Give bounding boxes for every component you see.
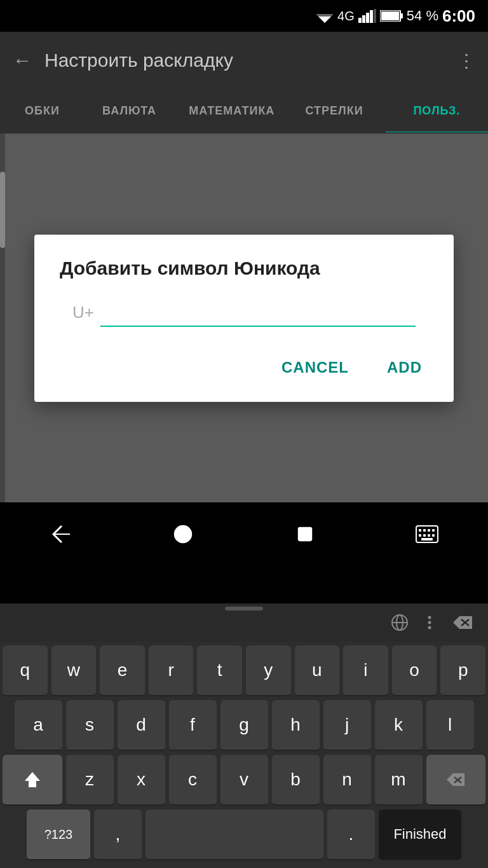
wifi-icon: [316, 9, 334, 23]
key-l[interactable]: l: [426, 700, 474, 751]
key-y[interactable]: y: [246, 645, 291, 696]
key-d[interactable]: d: [118, 700, 165, 751]
add-button[interactable]: ADD: [381, 352, 428, 383]
svg-rect-26: [423, 529, 426, 532]
keyboard-suggestion-bar: [0, 603, 488, 642]
tab-bar: ОБКИ ВАЛЮТА МАТЕМАТИКА СТРЕЛКИ ПОЛЬЗ.: [0, 89, 488, 134]
tab-matematika[interactable]: МАТЕМАТИКА: [180, 90, 283, 134]
svg-rect-23: [299, 528, 311, 541]
tab-valyuta[interactable]: ВАЛЮТА: [78, 90, 180, 134]
network-label: 4G: [337, 9, 355, 24]
key-w[interactable]: w: [51, 645, 97, 696]
backspace-key[interactable]: [426, 755, 486, 806]
svg-rect-33: [421, 538, 433, 541]
comma-key[interactable]: ,: [94, 809, 142, 860]
key-f[interactable]: f: [169, 700, 217, 751]
svg-rect-27: [428, 529, 430, 532]
key-j[interactable]: j: [323, 700, 371, 751]
signal-icon: [358, 9, 376, 23]
status-bar: 4G 54 % 6:00: [0, 0, 488, 32]
svg-rect-25: [419, 529, 421, 532]
svg-marker-18: [25, 772, 40, 787]
svg-point-13: [428, 616, 431, 619]
svg-rect-32: [432, 534, 435, 537]
key-o[interactable]: o: [392, 645, 437, 696]
key-r[interactable]: r: [149, 645, 194, 696]
globe-icon[interactable]: [390, 613, 409, 632]
dialog-title: Добавить символ Юникода: [60, 258, 428, 279]
svg-rect-4: [366, 13, 369, 23]
dialog-actions: CANCEL ADD: [60, 352, 428, 383]
key-k[interactable]: k: [375, 700, 423, 751]
nav-recents-button[interactable]: [280, 515, 330, 553]
key-i[interactable]: i: [343, 645, 388, 696]
svg-rect-9: [381, 11, 399, 20]
more-options-button[interactable]: ⋮: [458, 50, 475, 71]
key-z[interactable]: z: [66, 755, 114, 806]
svg-rect-6: [374, 9, 376, 23]
key-h[interactable]: h: [272, 700, 320, 751]
tab-strelki[interactable]: СТРЕЛКИ: [283, 90, 385, 134]
main-content-area: Добавить символ Юникода U+ CANCEL ADD: [0, 134, 488, 502]
delete-icon[interactable]: [450, 613, 475, 632]
svg-point-15: [428, 626, 431, 630]
keyboard-row-4: ?123 , . Finished: [3, 809, 485, 860]
shift-key[interactable]: [3, 755, 62, 806]
battery-icon: [380, 10, 403, 22]
keyboard-row-3: z x c v b n m: [3, 755, 485, 806]
svg-marker-1: [318, 17, 331, 23]
unicode-prefix: U+: [72, 303, 94, 322]
key-p[interactable]: p: [440, 645, 485, 696]
key-v[interactable]: v: [220, 755, 268, 806]
key-x[interactable]: x: [118, 755, 165, 806]
key-u[interactable]: u: [295, 645, 340, 696]
keyboard-row-1: q w e r t y u i o p: [3, 645, 485, 696]
space-key[interactable]: [146, 809, 323, 860]
period-key[interactable]: .: [327, 809, 375, 860]
finished-key[interactable]: Finished: [379, 809, 461, 860]
app-bar: ← Настроить раскладку ⋮: [0, 32, 488, 89]
svg-rect-30: [423, 534, 426, 537]
time-display: 6:00: [442, 6, 475, 26]
key-m[interactable]: m: [375, 755, 423, 806]
unicode-dialog: Добавить символ Юникода U+ CANCEL ADD: [34, 235, 454, 402]
key-b[interactable]: b: [272, 755, 320, 806]
key-s[interactable]: s: [66, 700, 114, 751]
key-c[interactable]: c: [169, 755, 217, 806]
key-a[interactable]: a: [15, 700, 62, 751]
svg-marker-21: [52, 525, 70, 543]
keyboard: q w e r t y u i o p a s d f g h j k l: [0, 642, 488, 868]
tab-obki[interactable]: ОБКИ: [0, 90, 78, 134]
unicode-input[interactable]: [100, 298, 416, 326]
svg-point-14: [428, 621, 431, 624]
key-n[interactable]: n: [323, 755, 371, 806]
nav-keyboard-button[interactable]: [402, 515, 452, 553]
svg-rect-28: [432, 529, 435, 532]
key-t[interactable]: t: [197, 645, 242, 696]
nav-home-button[interactable]: [158, 515, 208, 553]
tab-polzovatelskiye[interactable]: ПОЛЬЗ.: [386, 90, 488, 134]
input-wrapper: [100, 298, 416, 327]
back-button[interactable]: ←: [13, 50, 32, 71]
key-e[interactable]: e: [100, 645, 145, 696]
svg-rect-31: [428, 534, 430, 537]
key-g[interactable]: g: [220, 700, 268, 751]
svg-rect-29: [419, 534, 421, 537]
page-title: Настроить раскладку: [44, 50, 445, 71]
svg-rect-3: [362, 15, 365, 23]
svg-point-22: [175, 526, 191, 542]
keyboard-area: q w e r t y u i o p a s d f g h j k l: [0, 603, 488, 868]
keyboard-row-2: a s d f g h j k l: [3, 700, 485, 751]
svg-rect-5: [370, 10, 373, 23]
svg-rect-8: [400, 13, 403, 18]
dialog-input-row: U+: [60, 298, 428, 327]
keyboard-handle: [225, 607, 263, 610]
battery-percent: 54 %: [407, 8, 438, 24]
nav-back-button[interactable]: [36, 515, 86, 553]
key-q[interactable]: q: [3, 645, 48, 696]
numbers-key[interactable]: ?123: [27, 809, 90, 860]
svg-rect-2: [358, 18, 362, 23]
cancel-button[interactable]: CANCEL: [275, 352, 355, 383]
nav-bar: [0, 502, 488, 566]
keyboard-more-icon[interactable]: [422, 613, 437, 632]
